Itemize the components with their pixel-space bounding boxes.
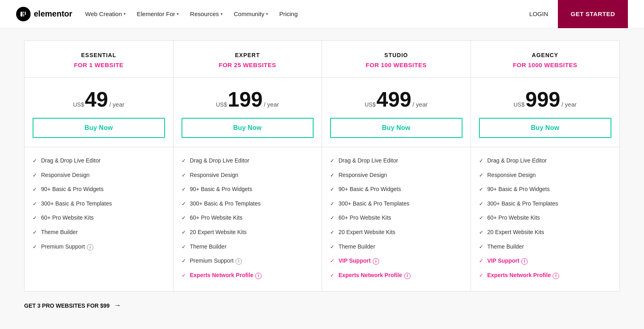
feature-item: ✓ 60+ Pro Website Kits xyxy=(330,214,462,222)
chevron-down-icon: ▾ xyxy=(266,12,268,16)
feature-item: ✓ 300+ Basic & Pro Templates xyxy=(330,200,462,208)
feature-item: ✓ VIP Supporti xyxy=(330,257,462,265)
feature-text: 90+ Basic & Pro Widgets xyxy=(190,185,252,193)
check-icon: ✓ xyxy=(479,243,483,251)
feature-text: Drag & Drop Live Editor xyxy=(339,157,398,165)
check-icon: ✓ xyxy=(330,272,334,279)
check-icon: ✓ xyxy=(182,157,186,164)
price-amount: 999 xyxy=(525,89,560,110)
price-currency: US$ xyxy=(514,101,524,108)
get-started-button[interactable]: GET STARTED xyxy=(558,0,628,28)
main-content: ESSENTIAL FOR 1 WEBSITE US$ 49 / year Bu… xyxy=(0,28,644,329)
feature-item: ✓ Premium Supporti xyxy=(33,243,165,251)
check-icon: ✓ xyxy=(479,214,483,222)
plan-name: AGENCY xyxy=(479,52,612,58)
info-icon[interactable]: i xyxy=(521,258,528,265)
info-icon[interactable]: i xyxy=(87,244,93,251)
plan-name: STUDIO xyxy=(330,52,462,58)
plan-name: EXPERT xyxy=(182,52,314,58)
pricing-table: ESSENTIAL FOR 1 WEBSITE US$ 49 / year Bu… xyxy=(24,40,620,292)
plan-header-3: AGENCY FOR 1000 WEBSITES xyxy=(471,41,620,78)
price-currency: US$ xyxy=(73,101,84,108)
promo-text: GET 3 PRO WEBSITES FOR $99 xyxy=(24,302,109,309)
feature-item: ✓ Responsive Design xyxy=(182,171,314,179)
feature-text: 90+ Basic & Pro Widgets xyxy=(41,185,103,193)
navbar-left: elementor Web Creation ▾ Elementor For ▾… xyxy=(16,7,298,21)
price-period: / year xyxy=(109,101,125,108)
check-icon: ✓ xyxy=(33,172,37,179)
chevron-down-icon: ▾ xyxy=(124,12,126,16)
feature-text: 60+ Pro Website Kits xyxy=(190,214,243,222)
feature-text: 60+ Pro Website Kits xyxy=(41,214,94,222)
buy-now-button[interactable]: Buy Now xyxy=(479,118,612,138)
buy-now-button[interactable]: Buy Now xyxy=(330,118,462,138)
check-icon: ✓ xyxy=(330,157,334,164)
info-icon[interactable]: i xyxy=(235,258,242,265)
feature-text: 20 Expert Website Kits xyxy=(339,228,395,236)
buy-now-button[interactable]: Buy Now xyxy=(33,118,165,138)
price-period: / year xyxy=(561,101,577,108)
nav-item-community[interactable]: Community ▾ xyxy=(234,10,268,17)
feature-item: ✓ 60+ Pro Website Kits xyxy=(182,214,314,222)
feature-text: Responsive Design xyxy=(190,171,239,179)
plan-features-0: ✓ Drag & Drop Live Editor ✓ Responsive D… xyxy=(25,147,173,263)
feature-text: 90+ Basic & Pro Widgets xyxy=(487,185,550,193)
plan-websites: FOR 1000 WEBSITES xyxy=(479,62,612,68)
check-icon: ✓ xyxy=(182,257,186,265)
plan-websites: FOR 25 WEBSITES xyxy=(182,62,314,68)
feature-text: VIP Supporti xyxy=(339,257,379,265)
feature-text: 90+ Basic & Pro Widgets xyxy=(339,185,401,193)
nav-item-web-creation[interactable]: Web Creation ▾ xyxy=(85,10,126,17)
price-amount: 499 xyxy=(376,89,411,110)
feature-item: ✓ Theme Builder xyxy=(182,243,314,251)
price-currency: US$ xyxy=(365,101,376,108)
feature-item: ✓ 60+ Pro Website Kits xyxy=(33,214,165,222)
check-icon: ✓ xyxy=(479,172,483,179)
price-row: US$ 49 / year xyxy=(33,89,165,110)
feature-item: ✓ Drag & Drop Live Editor xyxy=(330,157,462,165)
svg-rect-3 xyxy=(25,12,26,15)
feature-text: 60+ Pro Website Kits xyxy=(487,214,540,222)
price-row: US$ 499 / year xyxy=(330,89,462,110)
plan-header-2: STUDIO FOR 100 WEBSITES xyxy=(322,41,471,78)
feature-text: Responsive Design xyxy=(339,171,387,179)
plan-header-0: ESSENTIAL FOR 1 WEBSITE xyxy=(25,41,173,78)
feature-item: ✓ Drag & Drop Live Editor xyxy=(33,157,165,165)
nav-item-elementor-for[interactable]: Elementor For ▾ xyxy=(137,10,179,17)
svg-rect-0 xyxy=(21,12,23,16)
login-button[interactable]: LOGIN xyxy=(520,6,558,21)
feature-text: 300+ Basic & Pro Templates xyxy=(339,200,409,208)
promo-banner[interactable]: GET 3 PRO WEBSITES FOR $99 → xyxy=(24,301,620,310)
chevron-down-icon: ▾ xyxy=(177,12,179,16)
check-icon: ✓ xyxy=(33,157,37,164)
info-icon[interactable]: i xyxy=(255,273,262,279)
feature-text: Experts Network Profilei xyxy=(339,271,411,280)
feature-item: ✓ 90+ Basic & Pro Widgets xyxy=(182,185,314,193)
logo[interactable]: elementor xyxy=(16,7,72,21)
info-icon[interactable]: i xyxy=(373,258,379,265)
price-period: / year xyxy=(264,101,279,108)
plan-name: ESSENTIAL xyxy=(33,52,165,58)
logo-icon xyxy=(16,7,31,21)
check-icon: ✓ xyxy=(479,272,483,279)
price-currency: US$ xyxy=(216,101,227,108)
feature-text: Experts Network Profilei xyxy=(487,271,559,280)
nav-item-resources[interactable]: Resources ▾ xyxy=(190,10,223,17)
check-icon: ✓ xyxy=(182,272,186,279)
info-icon[interactable]: i xyxy=(553,273,559,279)
check-icon: ✓ xyxy=(330,229,334,236)
plan-pricing-1: US$ 199 / year Buy Now xyxy=(173,78,322,147)
feature-text: Drag & Drop Live Editor xyxy=(41,157,101,165)
feature-text: 60+ Pro Website Kits xyxy=(339,214,391,222)
feature-item: ✓ 300+ Basic & Pro Templates xyxy=(479,200,612,208)
feature-item: ✓ Drag & Drop Live Editor xyxy=(182,157,314,165)
feature-item: ✓ Responsive Design xyxy=(330,171,462,179)
price-amount: 49 xyxy=(85,89,108,110)
feature-item: ✓ 60+ Pro Website Kits xyxy=(479,214,612,222)
feature-item: ✓ Theme Builder xyxy=(330,243,462,251)
navbar-right: LOGIN GET STARTED xyxy=(520,0,628,28)
nav-item-pricing[interactable]: Pricing xyxy=(279,10,298,17)
buy-now-button[interactable]: Buy Now xyxy=(182,118,314,138)
feature-text: Premium Supporti xyxy=(41,243,93,251)
info-icon[interactable]: i xyxy=(404,273,411,279)
